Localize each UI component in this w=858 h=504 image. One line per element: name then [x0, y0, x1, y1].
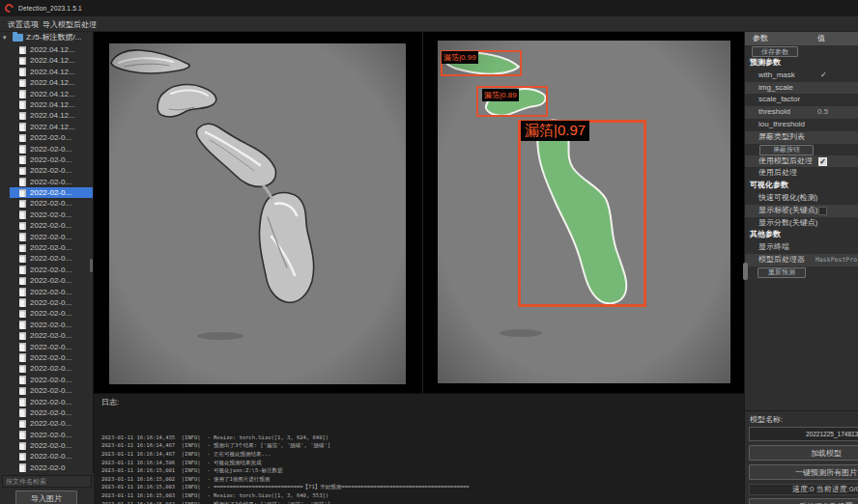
tree-file-item[interactable]: 2022-02-0... — [10, 177, 94, 187]
file-icon — [19, 145, 26, 154]
tree-file-item[interactable]: 2022.04.12... — [10, 110, 94, 121]
tree-file-item[interactable]: 2022-02-0... — [10, 308, 94, 319]
tree-file-item[interactable]: 2022.04.12... — [10, 55, 94, 66]
param-row-show-terminal[interactable]: 显示终端 — [745, 241, 858, 254]
checkbox-checked-icon[interactable]: ✓ — [818, 157, 827, 166]
tree-file-item[interactable]: 2022-02-0... — [10, 154, 94, 165]
tree-file-item[interactable]: 2022-02-0... — [10, 363, 94, 374]
tree-file-item[interactable]: 2022-02-0... — [10, 451, 94, 462]
tree-root-folder[interactable]: ▾ Z:/5-标注数据/... — [0, 32, 93, 43]
tree-file-item[interactable]: 2022-02-0... — [10, 242, 94, 253]
log-line: 2023-01-11 16:16:14,487 |INFO| - 预测出了3个结… — [101, 441, 742, 450]
tree-file-label: 2022-02-0... — [30, 198, 72, 209]
param-row-use-model-postprocess[interactable]: 使用模型后处理 ✓ — [745, 155, 858, 168]
app-window: Detection_2023.1.5.1 设置选项 导入模型后处理 ▾ Z:/5… — [0, 0, 858, 504]
tree-file-item[interactable]: 2022-02-0 — [10, 462, 94, 473]
param-row-scale-factor[interactable]: scale_factor — [745, 94, 858, 106]
tree-file-item[interactable]: 2022-02-0... — [10, 330, 94, 341]
tree-file-item[interactable]: 2022.04.12... — [10, 89, 94, 99]
file-icon — [19, 298, 26, 307]
tree-file-item[interactable]: 2022-02-0... — [10, 297, 94, 308]
tree-file-item[interactable]: 2022-02-0... — [10, 385, 94, 396]
param-row-show-scores[interactable]: 显示分数(关键点) — [745, 217, 858, 230]
param-row-blocked-types[interactable]: 屏蔽类型列表 — [745, 131, 858, 144]
param-row-threshold[interactable]: threshold0.5 — [745, 106, 858, 119]
tree-file-item[interactable]: 2022-02-0... — [10, 275, 94, 286]
tree-file-item[interactable]: 2022-02-0... — [10, 375, 94, 385]
repredict-button[interactable]: 重新预测 — [758, 267, 806, 278]
tree-file-label: 2022-02-0... — [30, 363, 72, 374]
tree-file-item[interactable]: 2022-02-0... — [10, 418, 94, 429]
tree-file-item[interactable]: 2022-02-0... — [10, 198, 94, 209]
file-icon — [19, 200, 26, 209]
detection-box-3 — [518, 120, 646, 307]
tree-file-label: 2022-02-0... — [30, 287, 72, 297]
menu-settings[interactable]: 设置选项 — [8, 19, 39, 30]
chevron-down-icon[interactable]: ▾ — [3, 32, 7, 43]
detection-label-2: 漏箔|0.89 — [482, 89, 519, 101]
load-model-button[interactable]: 加载模型 — [749, 445, 858, 461]
file-icon — [19, 233, 26, 241]
log-console[interactable]: 日志: 2023-01-11 16:16:14,435 |INFO| - Res… — [94, 393, 744, 504]
menu-bar: 设置选项 导入模型后处理 — [0, 16, 858, 32]
tree-file-item[interactable]: 2022-02-0... — [10, 253, 94, 264]
raw-image-panel[interactable] — [109, 43, 406, 384]
search-input[interactable] — [2, 475, 92, 488]
tree-file-label: 2022-02-0... — [30, 397, 72, 407]
predict-all-button[interactable]: 一键预测所有图片 — [749, 464, 858, 480]
param-row-iou-threshold[interactable]: iou_threshold — [745, 119, 858, 131]
param-row-show-labels[interactable]: 显示标签(关键点) — [745, 205, 858, 217]
tree-file-label: 2022.04.12... — [30, 122, 75, 132]
tree-file-item[interactable]: 2022.04.12... — [10, 99, 94, 110]
tree-file-item[interactable]: 2022.04.12... — [10, 44, 94, 55]
import-images-button[interactable]: 导入图片 — [15, 490, 77, 504]
model-name-label: 模型名称: — [750, 414, 783, 425]
tree-file-item[interactable]: 2022.04.12... — [10, 67, 94, 77]
postprocess-settings-button[interactable]: 后处理参数设置 — [749, 498, 858, 504]
threshold-value[interactable]: 0.5 — [817, 106, 828, 119]
file-icon — [19, 189, 26, 198]
tree-file-item[interactable]: 2022-02-0... — [10, 430, 94, 440]
tree-file-item[interactable]: 2022-02-0... — [10, 352, 94, 363]
model-name-value[interactable]: 20221225_174813 — [749, 427, 858, 441]
tree-file-item[interactable]: 2022-02-0... — [10, 265, 94, 275]
param-row-with-mask[interactable]: with_mask✓ — [745, 70, 858, 82]
tree-file-item[interactable]: 2022-02-0... — [10, 132, 94, 143]
save-params-button[interactable]: 保存参数 — [752, 46, 798, 57]
prediction-image-panel[interactable]: 漏箔|0.99 漏箔|0.89 漏箔|0.97 — [438, 41, 730, 383]
tree-file-item[interactable]: 2022-02-0... — [10, 220, 94, 231]
file-tree-list[interactable]: 2022.04.12... 2022.04.12... 2022.04.12..… — [0, 44, 94, 473]
sidebar-scrollbar[interactable] — [90, 259, 93, 272]
raw-image — [109, 43, 406, 384]
tree-file-item[interactable]: 2022-02-0... — [10, 397, 94, 407]
param-row-model-postprocessor[interactable]: 模型后处理器 MaskPostPro — [745, 254, 858, 266]
tree-file-item[interactable]: 2022-02-0... — [10, 165, 94, 176]
file-icon — [19, 123, 26, 131]
tree-file-item[interactable]: 2022-02-0... — [10, 232, 94, 242]
tree-file-label: 2022-02-0... — [30, 265, 72, 275]
tree-file-label: 2022-02-0... — [30, 187, 72, 198]
tree-file-label: 2022.04.12... — [30, 67, 75, 77]
tree-file-item[interactable]: 2022-02-0... — [10, 287, 94, 297]
tree-file-item[interactable]: 2022-02-0... — [10, 144, 94, 154]
param-row-use-postprocess[interactable]: 使用后处理 — [745, 167, 858, 180]
tree-file-item[interactable]: 2022-02-0... — [10, 407, 94, 418]
log-line: 2023-01-11 16:16:15,003 |INFO| - =======… — [101, 483, 742, 491]
tree-file-item[interactable]: 2022-02-0... — [10, 342, 94, 352]
tree-file-item[interactable]: 2022-02-0... — [10, 187, 94, 198]
param-row-fast-visualize[interactable]: 快速可视化(检测) — [745, 192, 858, 205]
tree-file-item[interactable]: 2022.04.12... — [10, 77, 94, 88]
menu-import-postprocess[interactable]: 导入模型后处理 — [43, 19, 97, 30]
tree-file-item[interactable]: 2022-02-0... — [10, 320, 94, 330]
viewer-scrollbar[interactable] — [743, 263, 748, 280]
param-row-img-scale[interactable]: img_scale — [745, 82, 858, 95]
tree-file-label: 2022.04.12... — [30, 44, 75, 55]
param-header-value: 值 — [817, 32, 825, 45]
file-icon — [19, 431, 26, 439]
tree-file-item[interactable]: 2022-02-0... — [10, 210, 94, 220]
tree-file-item[interactable]: 2022.04.12... — [10, 122, 94, 132]
tree-file-item[interactable]: 2022-02-0... — [10, 440, 94, 451]
param-table-header: 参数 值 — [745, 32, 858, 45]
checkbox-unchecked-icon[interactable] — [818, 207, 827, 215]
block-types-button[interactable]: 屏蔽按钮 — [759, 145, 814, 155]
